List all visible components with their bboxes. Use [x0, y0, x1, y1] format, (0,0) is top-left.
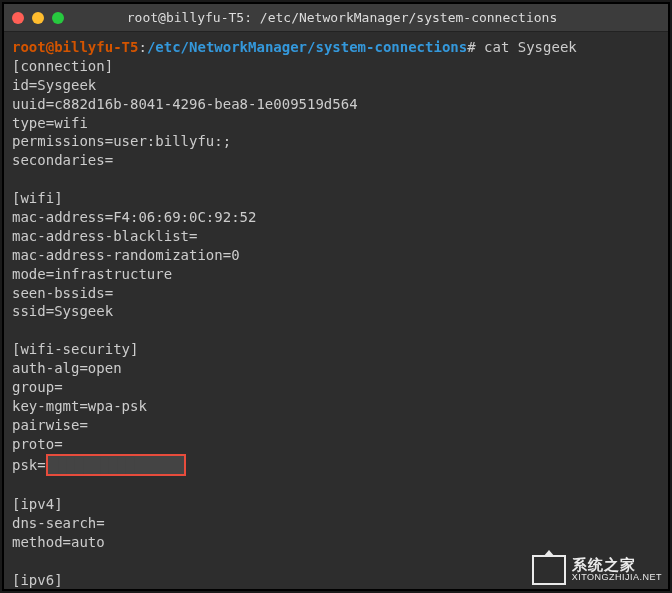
command-text: cat Sysgeek [484, 39, 577, 55]
minimize-icon[interactable] [32, 12, 44, 24]
psk-line: psk=██████████ [12, 454, 660, 477]
output-line: ssid=Sysgeek [12, 302, 660, 321]
output-line: permissions=user:billyfu:; [12, 132, 660, 151]
watermark-text: 系统之家 XITONGZHIJIA.NET [572, 557, 662, 583]
terminal-window: root@billyfu-T5: /etc/NetworkManager/sys… [2, 2, 670, 591]
output-line: [ipv4] [12, 495, 660, 514]
watermark: 系统之家 XITONGZHIJIA.NET [532, 555, 662, 585]
watermark-title: 系统之家 [572, 557, 662, 574]
output-line: mode=infrastructure [12, 265, 660, 284]
output-line: auth-alg=open [12, 359, 660, 378]
output-line: secondaries= [12, 151, 660, 170]
output-line: [wifi] [12, 189, 660, 208]
prompt-user: root@billyfu-T5 [12, 39, 138, 55]
output-line: proto= [12, 435, 660, 454]
output-line: key-mgmt=wpa-psk [12, 397, 660, 416]
output-line: [wifi-security] [12, 340, 660, 359]
house-icon [532, 555, 566, 585]
output-line: id=Sysgeek [12, 76, 660, 95]
psk-redacted-box: ██████████ [46, 454, 186, 477]
prompt-sep: : [138, 39, 146, 55]
psk-label: psk= [12, 457, 46, 473]
maximize-icon[interactable] [52, 12, 64, 24]
window-controls [12, 12, 64, 24]
output-line: dns-search= [12, 514, 660, 533]
blank-line [12, 170, 660, 189]
prompt-symbol: # [467, 39, 475, 55]
prompt-path: /etc/NetworkManager/system-connections [147, 39, 467, 55]
window-title: root@billyfu-T5: /etc/NetworkManager/sys… [84, 9, 600, 27]
prompt-line: root@billyfu-T5:/etc/NetworkManager/syst… [12, 38, 660, 57]
close-icon[interactable] [12, 12, 24, 24]
blank-line [12, 321, 660, 340]
watermark-url: XITONGZHIJIA.NET [572, 573, 662, 583]
output-line: method=auto [12, 533, 660, 552]
output-line: [connection] [12, 57, 660, 76]
output-line: uuid=c882d16b-8041-4296-bea8-1e009519d56… [12, 95, 660, 114]
output-line: pairwise= [12, 416, 660, 435]
terminal-body[interactable]: root@billyfu-T5:/etc/NetworkManager/syst… [4, 32, 668, 589]
output-line: mac-address-blacklist= [12, 227, 660, 246]
output-line: mac-address-randomization=0 [12, 246, 660, 265]
blank-line [12, 476, 660, 495]
output-line: seen-bssids= [12, 284, 660, 303]
output-line: type=wifi [12, 114, 660, 133]
output-line: mac-address=F4:06:69:0C:92:52 [12, 208, 660, 227]
titlebar: root@billyfu-T5: /etc/NetworkManager/sys… [4, 4, 668, 32]
output-line: group= [12, 378, 660, 397]
